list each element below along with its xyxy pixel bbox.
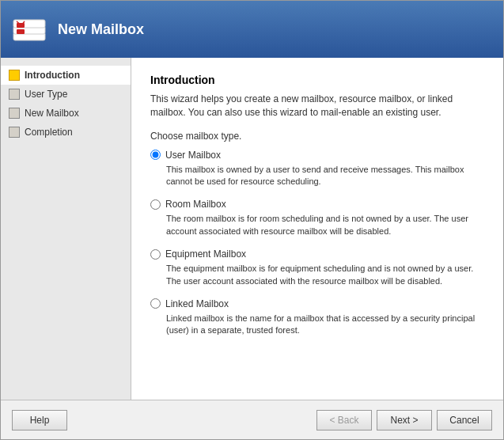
choose-label: Choose mailbox type. [150,131,484,142]
back-button[interactable]: < Back [316,410,372,431]
title-bar: New Mailbox [1,1,503,58]
radio-room-mailbox[interactable] [150,199,161,210]
sidebar-item-completion[interactable]: Completion [1,123,131,142]
step-indicator-user-type [9,89,20,100]
radio-linked-mailbox[interactable] [150,298,161,309]
help-button[interactable]: Help [12,410,67,431]
radio-options: User MailboxThis mailbox is owned by a u… [150,150,484,337]
radio-desc-user-mailbox: This mailbox is owned by a user to send … [166,164,484,188]
option-room-mailbox: Room MailboxThe room mailbox is for room… [150,199,484,237]
radio-label-user-mailbox: User Mailbox [165,150,221,161]
dialog-title: New Mailbox [58,21,144,38]
sidebar-label-new-mailbox: New Mailbox [25,108,79,119]
intro-text: This wizard helps you create a new mailb… [150,93,484,119]
mailbox-icon [10,10,48,48]
content-area: IntroductionUser TypeNew MailboxCompleti… [1,58,503,400]
sidebar-item-introduction[interactable]: Introduction [1,66,131,85]
radio-user-mailbox[interactable] [150,150,161,160]
option-equipment-mailbox: Equipment MailboxThe equipment mailbox i… [150,248,484,287]
main-title: Introduction [150,74,484,86]
radio-desc-equipment-mailbox: The equipment mailbox is for equipment s… [166,263,484,287]
new-mailbox-dialog: New Mailbox IntroductionUser TypeNew Mai… [0,0,504,440]
footer-left: Help [12,410,67,431]
radio-row-room-mailbox: Room Mailbox [150,199,484,210]
radio-desc-linked-mailbox: Linked mailbox is the name for a mailbox… [166,313,484,337]
sidebar-label-completion: Completion [25,127,73,138]
radio-desc-room-mailbox: The room mailbox is for room scheduling … [166,213,484,237]
radio-label-equipment-mailbox: Equipment Mailbox [165,248,246,260]
sidebar: IntroductionUser TypeNew MailboxCompleti… [1,58,131,400]
step-indicator-completion [9,127,20,138]
svg-rect-4 [17,29,25,34]
next-button[interactable]: Next > [377,410,432,431]
cancel-button[interactable]: Cancel [437,410,492,431]
radio-row-linked-mailbox: Linked Mailbox [150,298,484,309]
main-panel: Introduction This wizard helps you creat… [131,58,503,400]
sidebar-item-new-mailbox[interactable]: New Mailbox [1,104,131,123]
sidebar-label-introduction: Introduction [25,70,80,81]
sidebar-item-user-type[interactable]: User Type [1,85,131,104]
step-indicator-introduction [9,70,20,81]
sidebar-label-user-type: User Type [25,89,67,100]
radio-label-room-mailbox: Room Mailbox [165,199,226,210]
footer-right: < Back Next > Cancel [316,410,492,431]
radio-label-linked-mailbox: Linked Mailbox [165,298,229,309]
radio-row-user-mailbox: User Mailbox [150,150,484,161]
radio-row-equipment-mailbox: Equipment Mailbox [150,248,484,260]
footer: Help < Back Next > Cancel [1,400,503,439]
radio-equipment-mailbox[interactable] [150,249,161,260]
option-user-mailbox: User MailboxThis mailbox is owned by a u… [150,150,484,188]
step-indicator-new-mailbox [9,108,20,119]
option-linked-mailbox: Linked MailboxLinked mailbox is the name… [150,298,484,337]
